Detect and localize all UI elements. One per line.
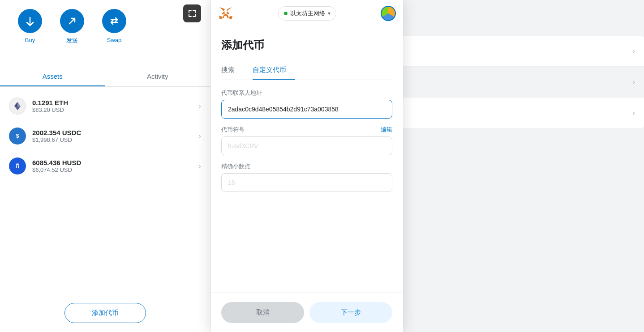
send-label: 发送	[66, 37, 78, 45]
usdc-amount: 2002.354 USDC	[32, 129, 81, 136]
symbol-input[interactable]	[221, 136, 392, 155]
symbol-edit-link[interactable]: 编辑	[381, 126, 392, 134]
dai-chevron-icon: ›	[632, 47, 635, 56]
action-buttons: Buy 发送 Swap	[9, 9, 135, 45]
swap-icon	[102, 9, 126, 33]
decimals-label: 精确小数点	[221, 162, 392, 170]
expand-button[interactable]	[183, 4, 201, 22]
usdc-chevron-icon: ›	[198, 132, 201, 141]
modal-title: 添加代币	[221, 38, 392, 52]
symbol-label: 代币符号	[221, 126, 245, 134]
modal-header: 以太坊主网络 ▾	[210, 0, 403, 27]
eth-usd: $83.20 USD	[32, 106, 68, 113]
husd-icon: ℏ	[9, 157, 26, 175]
svg-text:ℏ: ℏ	[16, 162, 20, 169]
add-token-modal: 以太坊主网络 ▾ 添加代币 搜索 自定义代币 代币联系人地址 代币符号 编辑 精…	[210, 0, 403, 332]
account-avatar[interactable]	[381, 6, 396, 21]
decimals-input[interactable]	[221, 173, 392, 192]
cancel-button[interactable]: 取消	[221, 302, 304, 323]
network-chevron-icon: ▾	[328, 10, 331, 17]
buy-label: Buy	[25, 37, 35, 43]
asset-list: 0.1291 ETH $83.20 USD › $ 2002.354 USDC …	[0, 91, 210, 294]
modal-body: 添加代币 搜索 自定义代币 代币联系人地址 代币符号 编辑 精确小数点	[210, 27, 403, 293]
asset-item-eth[interactable]: 0.1291 ETH $83.20 USD ›	[0, 91, 210, 121]
tab-assets[interactable]: Assets	[0, 67, 105, 86]
buy-button[interactable]: Buy	[18, 9, 42, 45]
svg-marker-13	[227, 11, 230, 14]
add-token-button[interactable]: 添加代币	[64, 303, 146, 323]
swap-button[interactable]: Swap	[102, 9, 126, 45]
left-panel: Buy 发送 Swap	[0, 0, 210, 332]
network-selector[interactable]: 以太坊主网络 ▾	[278, 6, 336, 21]
next-button[interactable]: 下一步	[309, 302, 392, 323]
send-button[interactable]: 发送	[60, 9, 84, 45]
eth-chevron-icon: ›	[198, 102, 201, 111]
svg-marker-9	[219, 7, 225, 11]
address-input[interactable]	[221, 100, 392, 119]
address-field-group: 代币联系人地址	[221, 89, 392, 119]
decimals-field-group: 精确小数点	[221, 162, 392, 192]
send-icon	[60, 9, 84, 33]
svg-marker-8	[227, 7, 232, 11]
asset-item-usdc[interactable]: $ 2002.354 USDC $1,998.67 USD ›	[0, 121, 210, 151]
main-tabs: Assets Activity	[0, 67, 210, 87]
network-status-dot	[284, 12, 288, 15]
fhusd3crv-chevron-icon: ›	[632, 108, 635, 118]
usdc-usd: $1,998.67 USD	[32, 136, 81, 143]
husd-amount: 6085.436 HUSD	[32, 159, 81, 166]
modal-footer: 取消 下一步	[210, 293, 403, 332]
svg-marker-10	[229, 16, 232, 19]
modal-tab-search[interactable]: 搜索	[221, 61, 244, 80]
modal-tabs: 搜索 自定义代币	[221, 61, 392, 80]
eth-amount: 0.1291 ETH	[32, 99, 68, 106]
network-label: 以太坊主网络	[290, 9, 325, 17]
modal-tab-custom[interactable]: 自定义代币	[253, 61, 295, 80]
asset-item-husd[interactable]: ℏ 6085.436 HUSD $6,074.52 USD ›	[0, 151, 210, 181]
metamask-logo	[218, 5, 234, 21]
buy-icon	[18, 9, 42, 33]
husd-usd: $6,074.52 USD	[32, 166, 81, 173]
husd-chevron-icon: ›	[198, 162, 201, 171]
tab-activity[interactable]: Activity	[105, 67, 210, 86]
husd3crv-chevron-icon: ›	[632, 77, 635, 87]
svg-marker-12	[222, 11, 225, 14]
usdc-icon: $	[9, 128, 26, 145]
eth-icon	[9, 98, 26, 115]
svg-marker-11	[219, 16, 223, 19]
swap-label: Swap	[107, 37, 122, 43]
svg-text:$: $	[16, 133, 19, 139]
address-label: 代币联系人地址	[221, 89, 392, 97]
symbol-field-group: 代币符号 编辑	[221, 126, 392, 155]
